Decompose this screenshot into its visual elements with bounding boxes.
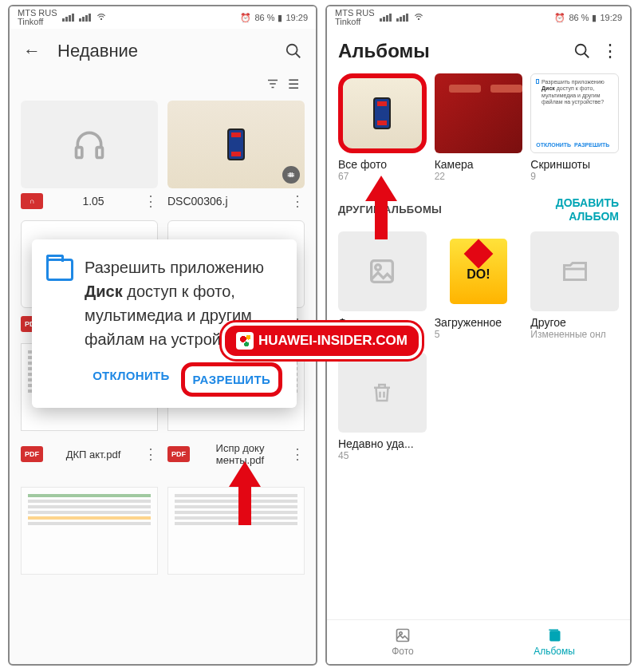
svg-point-6	[418, 18, 419, 19]
svg-rect-11	[397, 630, 409, 642]
allow-button[interactable]: РАЗРЕШИТЬ	[181, 362, 282, 397]
album-name: Камера	[435, 158, 523, 171]
album-downloads[interactable]: DO!	[435, 231, 523, 311]
arrow-annotation-icon	[229, 461, 261, 525]
header-right: Альбомы ⋮	[327, 29, 630, 73]
carrier-2: Tinkoff	[18, 18, 57, 26]
album-camera[interactable]	[435, 73, 523, 153]
audio-badge-icon: ∩	[21, 193, 43, 209]
watermark-logo-icon	[236, 332, 254, 350]
svg-line-8	[585, 53, 589, 58]
battery-text: 86 %	[569, 13, 589, 22]
bottom-nav: Фото Альбомы	[327, 619, 630, 664]
svg-rect-3	[77, 148, 82, 158]
back-button[interactable]: ←	[21, 40, 43, 62]
svg-point-0	[100, 18, 101, 19]
time: 19:29	[286, 13, 308, 22]
carrier-2: Tinkoff	[335, 18, 375, 26]
svg-rect-9	[372, 260, 393, 282]
time: 19:29	[600, 13, 622, 22]
album-recently-deleted[interactable]	[338, 353, 427, 433]
file-thumb-doc[interactable]	[21, 487, 158, 575]
alarm-icon: ⏰	[240, 13, 251, 23]
more-button[interactable]: ⋮	[601, 41, 619, 61]
search-button[interactable]	[571, 40, 593, 62]
deny-button[interactable]: ОТКЛОНИТЬ	[85, 362, 177, 397]
list-view-icon[interactable]: ☰	[286, 77, 301, 94]
more-button[interactable]: ⋮	[290, 196, 305, 207]
more-button[interactable]: ⋮	[290, 449, 305, 460]
album-name: Все фото	[338, 158, 427, 171]
alarm-icon: ⏰	[554, 13, 565, 23]
album-sub: Измененные онл	[530, 329, 619, 340]
svg-marker-5	[229, 461, 261, 525]
album-count: 45	[338, 450, 427, 461]
album-name: Загруженное	[435, 316, 523, 329]
signal-icon	[79, 14, 91, 22]
file-thumb-photo[interactable]: ⩩	[167, 101, 305, 188]
svg-rect-4	[96, 148, 102, 158]
watermark-text: HUAWEI-INSIDER.COM	[258, 333, 408, 349]
svg-line-2	[296, 53, 301, 58]
watermark: HUAWEI-INSIDER.COM	[222, 322, 422, 359]
file-label: DSC00306.j	[167, 195, 290, 208]
svg-point-12	[400, 632, 402, 634]
statusbar-right: MTS RUS Tinkoff ⏰ 86 % ▮ 19:29	[327, 6, 630, 29]
folder-icon	[46, 259, 73, 281]
nav-label: Фото	[392, 646, 414, 657]
svg-point-10	[376, 264, 381, 270]
battery-icon: ▮	[278, 13, 282, 23]
nav-label: Альбомы	[534, 646, 575, 657]
multi-badge-icon: ⩩	[282, 166, 300, 184]
file-label: ДКП акт.pdf	[49, 449, 137, 461]
album-photo[interactable]	[338, 231, 427, 311]
album-name: Недавно уда...	[338, 437, 427, 450]
svg-rect-13	[550, 631, 560, 641]
signal-icon	[62, 14, 74, 22]
page-title: Альбомы	[338, 40, 563, 62]
album-count: 9	[530, 171, 619, 182]
signal-icon	[380, 14, 392, 22]
header-left: ← Недавние	[10, 29, 316, 73]
battery-text: 86 %	[254, 13, 274, 22]
svg-marker-14	[365, 176, 397, 239]
album-count: 22	[435, 171, 523, 182]
file-thumb-audio[interactable]	[21, 101, 158, 188]
arrow-annotation-icon	[365, 176, 397, 239]
signal-icon	[396, 14, 408, 22]
pdf-badge-icon: PDF	[167, 446, 190, 462]
statusbar-left: MTS RUS Tinkoff ⏰ 86 % ▮ 19:29	[10, 6, 316, 29]
wifi-icon	[96, 11, 107, 24]
search-button[interactable]	[282, 40, 305, 62]
svg-point-1	[287, 45, 297, 55]
more-button[interactable]: ⋮	[144, 449, 158, 460]
album-all-photos[interactable]	[338, 73, 427, 153]
add-album-button[interactable]: ДОБАВИТЬ АЛЬБОМ	[547, 196, 619, 223]
more-button[interactable]: ⋮	[144, 196, 158, 207]
page-title: Недавние	[57, 41, 268, 61]
nav-albums[interactable]: Альбомы	[478, 620, 630, 664]
album-other[interactable]	[530, 231, 619, 311]
wifi-icon	[413, 11, 424, 24]
filter-icon[interactable]	[265, 77, 281, 94]
file-label: 1.05	[43, 195, 144, 208]
svg-point-7	[576, 45, 586, 55]
pdf-badge-icon: PDF	[21, 446, 43, 462]
album-name: Другое	[530, 316, 619, 329]
album-name: Скриншоты	[530, 158, 619, 171]
battery-icon: ▮	[592, 13, 597, 23]
nav-photo[interactable]: Фото	[327, 620, 478, 664]
album-screenshots[interactable]: Разрешить приложению Диск доступ к фото,…	[530, 73, 619, 153]
album-count: 5	[435, 329, 523, 340]
